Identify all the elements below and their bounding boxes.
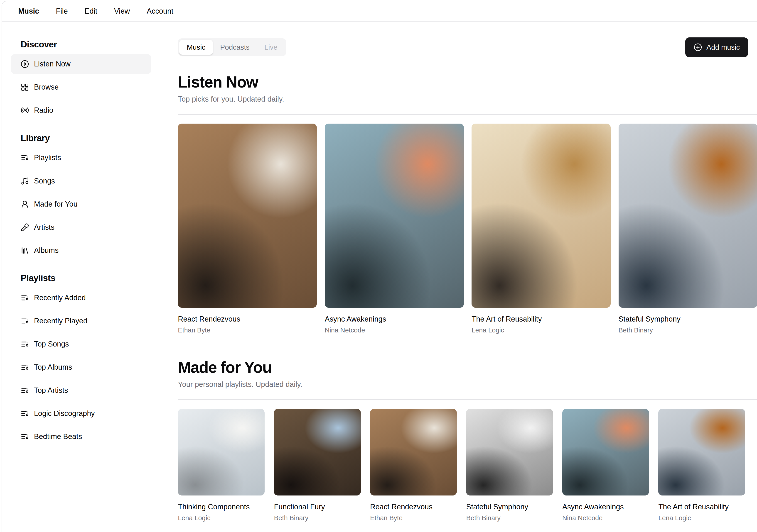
sidebar: Discover Listen Now Browse Radio Library (2, 21, 158, 532)
list-music-icon (21, 409, 29, 418)
playlist-title: The Art of Reusability (658, 502, 745, 512)
album-title: The Art of Reusability (471, 315, 610, 324)
sidebar-section-discover: Discover (21, 40, 158, 49)
add-music-label: Add music (707, 43, 740, 51)
playlist-card: The Art of Reusability Lena Logic (658, 409, 745, 522)
section-title-listen-now: Listen Now (178, 73, 757, 91)
playlist-artist: Ethan Byte (370, 514, 457, 522)
playlist-title: Stateful Symphony (466, 502, 553, 512)
album-cover[interactable] (471, 124, 610, 308)
sidebar-item-listen-now[interactable]: Listen Now (11, 54, 151, 74)
menu-account[interactable]: Account (147, 7, 173, 15)
music-note-icon (21, 177, 29, 185)
sidebar-item-radio[interactable]: Radio (11, 100, 151, 120)
microphone-icon (21, 223, 29, 232)
menu-music[interactable]: Music (18, 7, 39, 15)
sidebar-item-label: Radio (34, 106, 53, 115)
menu-file[interactable]: File (56, 7, 68, 15)
album-card: The Art of Reusability Lena Logic (471, 124, 610, 334)
sidebar-section-library: Library (21, 133, 158, 143)
sidebar-item-label: Recently Played (34, 317, 87, 325)
album-title: Stateful Symphony (619, 315, 757, 324)
sidebar-item-recently-added[interactable]: Recently Added (11, 288, 151, 308)
made-for-you-cards: Thinking Components Lena Logic Functiona… (178, 409, 757, 522)
sidebar-item-label: Top Songs (34, 340, 69, 348)
section-subtitle-made-for-you: Your personal playlists. Updated daily. (178, 380, 757, 389)
app-window: Music File Edit View Account Discover Li… (2, 1, 757, 532)
sidebar-item-label: Top Albums (34, 363, 72, 372)
album-artist: Beth Binary (619, 326, 757, 334)
menu-view[interactable]: View (114, 7, 130, 15)
sidebar-item-label: Songs (34, 177, 55, 185)
sidebar-item-label: Top Artists (34, 386, 68, 395)
playlist-title: Thinking Components (178, 502, 264, 512)
album-cover[interactable] (325, 124, 464, 308)
sidebar-item-made-for-you[interactable]: Made for You (11, 194, 151, 214)
tab-music[interactable]: Music (179, 40, 213, 55)
playlist-cover[interactable] (370, 409, 457, 495)
user-icon (21, 200, 29, 209)
play-circle-icon (21, 60, 29, 68)
sidebar-item-top-songs[interactable]: Top Songs (11, 334, 151, 354)
section-subtitle-listen-now: Top picks for you. Updated daily. (178, 95, 757, 103)
playlist-cover[interactable] (562, 409, 649, 495)
list-music-icon (21, 363, 29, 372)
album-artist: Lena Logic (471, 326, 610, 334)
list-music-icon (21, 386, 29, 395)
album-cover[interactable] (178, 124, 317, 308)
playlist-cover[interactable] (466, 409, 553, 495)
album-artist: Nina Netcode (325, 326, 464, 334)
sidebar-item-artists[interactable]: Artists (11, 217, 151, 237)
playlist-cover[interactable] (178, 409, 264, 495)
sidebar-item-songs[interactable]: Songs (11, 171, 151, 191)
radio-icon (21, 106, 29, 115)
list-music-icon (21, 340, 29, 348)
sidebar-item-recently-played[interactable]: Recently Played (11, 311, 151, 331)
sidebar-item-label: Made for You (34, 200, 77, 209)
playlist-artist: Beth Binary (274, 514, 361, 522)
album-title: Async Awakenings (325, 315, 464, 324)
add-music-button[interactable]: Add music (685, 38, 748, 57)
playlist-title: Async Awakenings (562, 502, 649, 512)
listen-now-cards: React Rendezvous Ethan Byte Async Awaken… (178, 124, 757, 334)
playlist-artist: Beth Binary (466, 514, 553, 522)
playlist-card: Async Awakenings Nina Netcode (562, 409, 649, 522)
main-content: Music Podcasts Live Add music Listen Now… (158, 21, 757, 532)
sidebar-item-top-albums[interactable]: Top Albums (11, 357, 151, 377)
sidebar-item-label: Browse (34, 83, 59, 91)
playlist-artist: Lena Logic (178, 514, 264, 522)
sidebar-item-top-artists[interactable]: Top Artists (11, 380, 151, 400)
sidebar-item-albums[interactable]: Albums (11, 240, 151, 260)
list-music-icon (21, 433, 29, 441)
sidebar-item-label: Listen Now (34, 60, 71, 68)
playlist-artist: Nina Netcode (562, 514, 649, 522)
album-card: Stateful Symphony Beth Binary (619, 124, 757, 334)
list-music-icon (21, 154, 29, 162)
playlist-card: React Rendezvous Ethan Byte (370, 409, 457, 522)
playlist-title: React Rendezvous (370, 502, 457, 512)
playlist-cover[interactable] (658, 409, 745, 495)
layout-grid-icon (21, 83, 29, 91)
menubar: Music File Edit View Account (2, 1, 757, 21)
album-card: Async Awakenings Nina Netcode (325, 124, 464, 334)
tab-podcasts[interactable]: Podcasts (213, 40, 257, 55)
album-cover[interactable] (619, 124, 757, 308)
menu-edit[interactable]: Edit (85, 7, 97, 15)
divider (178, 114, 757, 115)
album-artist: Ethan Byte (178, 326, 317, 334)
album-title: React Rendezvous (178, 315, 317, 324)
sidebar-item-playlists[interactable]: Playlists (11, 148, 151, 168)
sidebar-item-browse[interactable]: Browse (11, 77, 151, 97)
list-music-icon (21, 317, 29, 325)
tab-list: Music Podcasts Live (178, 38, 287, 56)
sidebar-item-label: Playlists (34, 154, 61, 162)
playlist-card: Thinking Components Lena Logic (178, 409, 264, 522)
sidebar-item-bedtime-beats[interactable]: Bedtime Beats (11, 427, 151, 446)
sidebar-item-logic-discography[interactable]: Logic Discography (11, 404, 151, 423)
playlist-card: Stateful Symphony Beth Binary (466, 409, 553, 522)
playlist-cover[interactable] (274, 409, 361, 495)
tab-live[interactable]: Live (257, 40, 285, 55)
playlist-artist: Lena Logic (658, 514, 745, 522)
library-icon (21, 246, 29, 255)
sidebar-item-label: Artists (34, 223, 54, 232)
